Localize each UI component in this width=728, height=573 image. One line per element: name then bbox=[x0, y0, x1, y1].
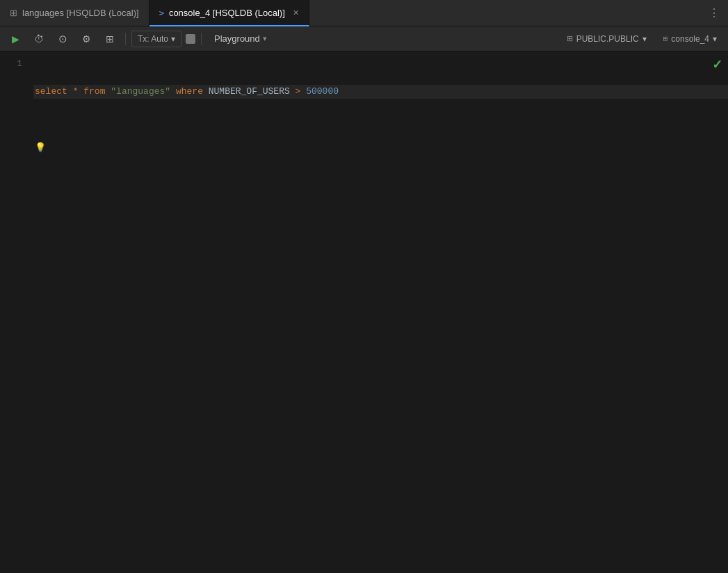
playground-label: Playground bbox=[214, 33, 260, 44]
schema-db-icon: ⊞ bbox=[567, 34, 573, 43]
tab-console4[interactable]: console_4 [HSQLDB (Local)] ✕ bbox=[149, 0, 309, 26]
space6 bbox=[290, 85, 296, 99]
toolbar-right: ⊞ PUBLIC.PUBLIC ▾ ⊞ console_4 ▾ bbox=[561, 33, 722, 45]
space4 bbox=[170, 85, 176, 99]
tab-more-button[interactable]: ⋮ bbox=[700, 0, 728, 26]
console-dropdown-icon: ▾ bbox=[713, 34, 717, 44]
space3 bbox=[105, 85, 111, 99]
settings-icon: ⚙ bbox=[82, 33, 91, 45]
code-line-1[interactable]: select * from "languages" where NUMBER_O… bbox=[33, 85, 728, 99]
gutter-checkmark: ✓ bbox=[712, 57, 722, 72]
tab-console4-label: console_4 [HSQLDB (Local)] bbox=[169, 8, 285, 18]
settings-button[interactable]: ⚙ bbox=[76, 30, 96, 48]
tx-label: Tx: Auto bbox=[138, 34, 168, 44]
console-selector[interactable]: ⊞ console_4 ▾ bbox=[658, 33, 722, 45]
history-icon: ⏱ bbox=[34, 33, 44, 45]
console-db-icon: ⊞ bbox=[663, 34, 668, 43]
tab-bar: languages [HSQLDB (Local)] console_4 [HS… bbox=[0, 0, 728, 26]
run-icon: ▶ bbox=[12, 33, 19, 45]
toolbar-divider-1 bbox=[125, 33, 126, 45]
line-numbers: 1 bbox=[0, 51, 31, 573]
grid-button[interactable]: ⊞ bbox=[100, 30, 120, 48]
tx-selector[interactable]: Tx: Auto ▾ bbox=[131, 31, 181, 47]
code-line-2: 💡 bbox=[33, 140, 728, 154]
editor-content[interactable]: select * from "languages" where NUMBER_O… bbox=[31, 51, 728, 573]
playground-dropdown-icon: ▾ bbox=[263, 34, 267, 43]
operator-star: * bbox=[73, 85, 79, 99]
schema-label: PUBLIC.PUBLIC bbox=[576, 34, 639, 44]
toolbar-divider-2 bbox=[201, 33, 202, 45]
console-icon bbox=[159, 8, 164, 18]
tab-languages[interactable]: languages [HSQLDB (Local)] bbox=[0, 0, 149, 26]
keyword-where: where bbox=[176, 85, 203, 99]
keyword-from: from bbox=[83, 85, 105, 99]
explain-icon: ⊙ bbox=[58, 33, 67, 45]
history-button[interactable]: ⏱ bbox=[29, 30, 49, 48]
explain-button[interactable]: ⊙ bbox=[53, 30, 72, 48]
check-icon: ✓ bbox=[712, 58, 722, 72]
grid-icon bbox=[10, 8, 17, 18]
line-number-1: 1 bbox=[0, 57, 22, 71]
grid-view-icon: ⊞ bbox=[106, 33, 114, 45]
more-icon: ⋮ bbox=[709, 6, 720, 19]
operator-gt: > bbox=[296, 85, 301, 99]
toolbar: ▶ ⏱ ⊙ ⚙ ⊞ Tx: Auto ▾ Playground ▾ ⊞ PUBL… bbox=[0, 26, 728, 51]
tx-dropdown-icon: ▾ bbox=[171, 34, 175, 44]
column-name: NUMBER_OF_USERS bbox=[209, 85, 290, 99]
lightbulb-hint-icon[interactable]: 💡 bbox=[35, 141, 46, 155]
space5 bbox=[203, 85, 209, 99]
number-value: 500000 bbox=[306, 85, 339, 99]
stop-button[interactable] bbox=[186, 34, 195, 44]
schema-dropdown-icon: ▾ bbox=[642, 34, 647, 44]
close-icon[interactable]: ✕ bbox=[293, 8, 299, 17]
table-name: "languages" bbox=[111, 85, 170, 99]
editor-area: 1 select * from "languages" where NUMBER… bbox=[0, 51, 728, 573]
keyword-select: select bbox=[35, 85, 67, 99]
space7 bbox=[300, 85, 306, 99]
schema-selector[interactable]: ⊞ PUBLIC.PUBLIC ▾ bbox=[561, 33, 652, 45]
console-label: console_4 bbox=[671, 34, 709, 44]
space2 bbox=[78, 85, 83, 99]
tab-languages-label: languages [HSQLDB (Local)] bbox=[22, 8, 139, 18]
space1 bbox=[67, 85, 73, 99]
run-button[interactable]: ▶ bbox=[6, 30, 25, 48]
playground-selector[interactable]: Playground ▾ bbox=[207, 32, 274, 45]
